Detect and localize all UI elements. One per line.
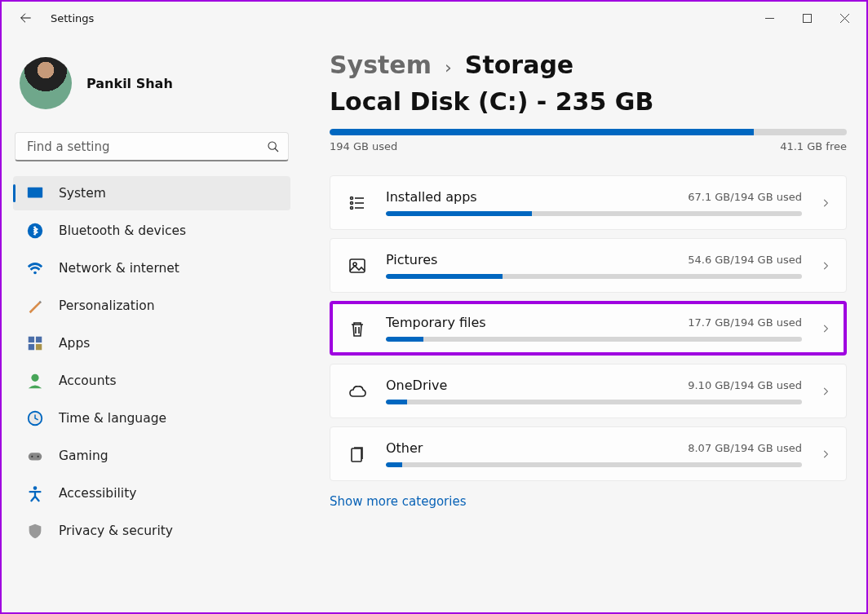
category-bar-fill xyxy=(386,400,407,404)
nav-label: Apps xyxy=(59,336,90,351)
chevron-right-icon xyxy=(820,448,831,460)
back-arrow-icon xyxy=(19,11,32,24)
disk-usage-fill xyxy=(330,129,754,135)
nav-label: Bluetooth & devices xyxy=(59,223,186,238)
wifi-icon xyxy=(26,259,44,277)
category-title: Temporary files xyxy=(386,315,486,330)
category-title: Installed apps xyxy=(386,189,477,205)
breadcrumb-parent[interactable]: System xyxy=(330,51,432,79)
accounts-icon xyxy=(26,372,44,390)
apps-icon xyxy=(26,334,44,352)
category-bar xyxy=(386,462,802,467)
gaming-icon xyxy=(26,447,44,465)
disk-used-label: 194 GB used xyxy=(330,140,397,152)
maximize-button[interactable] xyxy=(788,5,826,31)
nav-label: Gaming xyxy=(59,448,108,463)
disk-usage-labels: 194 GB used 41.1 GB free xyxy=(330,140,847,152)
svg-rect-0 xyxy=(803,14,811,22)
nav-item-accessibility[interactable]: Accessibility xyxy=(13,476,290,510)
nav-label: Network & internet xyxy=(59,261,179,276)
sidebar: Pankil Shah SystemBluetooth & devicesNet… xyxy=(13,51,313,612)
category-used-label: 67.1 GB/194 GB used xyxy=(688,191,802,203)
category-bar-fill xyxy=(386,274,503,279)
category-bar-fill xyxy=(386,211,532,216)
category-bar xyxy=(386,400,802,404)
other-icon xyxy=(347,444,368,465)
back-button[interactable] xyxy=(18,11,33,25)
category-used-label: 9.10 GB/194 GB used xyxy=(688,379,802,391)
category-cloud[interactable]: OneDrive 9.10 GB/194 GB used xyxy=(330,364,847,418)
nav-item-wifi[interactable]: Network & internet xyxy=(13,251,290,285)
chevron-right-icon xyxy=(820,260,831,272)
minimize-icon xyxy=(765,14,774,23)
chevron-right-icon xyxy=(820,197,831,209)
chevron-right-icon xyxy=(820,386,831,397)
avatar xyxy=(20,57,72,109)
category-trash[interactable]: Temporary files 17.7 GB/194 GB used xyxy=(330,301,847,356)
category-bar xyxy=(386,274,802,279)
category-other[interactable]: Other 8.07 GB/194 GB used xyxy=(330,426,847,481)
app-title: Settings xyxy=(51,12,94,24)
category-picture[interactable]: Pictures 54.6 GB/194 GB used xyxy=(330,238,847,293)
category-bar-fill xyxy=(386,337,423,342)
nav-label: Time & language xyxy=(59,411,166,426)
profile-name: Pankil Shah xyxy=(86,76,173,91)
nav-item-time[interactable]: Time & language xyxy=(13,401,290,435)
nav-item-bluetooth[interactable]: Bluetooth & devices xyxy=(13,214,290,248)
time-icon xyxy=(26,409,44,427)
titlebar: Settings xyxy=(2,2,866,34)
content: System › Storage Local Disk (C:) - 235 G… xyxy=(313,51,847,612)
chevron-right-icon xyxy=(820,323,831,334)
maximize-icon xyxy=(803,14,812,23)
search-input[interactable] xyxy=(27,139,267,154)
category-title: OneDrive xyxy=(386,378,447,393)
picture-icon xyxy=(347,255,368,276)
disk-free-label: 41.1 GB free xyxy=(780,140,847,152)
cloud-icon xyxy=(347,381,368,402)
category-list: Installed apps 67.1 GB/194 GB used Pictu… xyxy=(330,175,847,481)
show-more-link[interactable]: Show more categories xyxy=(330,494,467,509)
category-bar-fill xyxy=(386,462,402,467)
nav-item-gaming[interactable]: Gaming xyxy=(13,439,290,473)
disk-title: Local Disk (C:) - 235 GB xyxy=(330,87,847,116)
breadcrumb-current: Storage xyxy=(465,51,574,79)
nav-item-accounts[interactable]: Accounts xyxy=(13,364,290,398)
system-icon xyxy=(26,184,44,202)
nav-label: System xyxy=(59,186,106,201)
close-button[interactable] xyxy=(826,5,863,31)
nav-item-system[interactable]: System xyxy=(13,176,290,210)
category-used-label: 54.6 GB/194 GB used xyxy=(688,254,802,266)
breadcrumb-separator-icon: › xyxy=(445,57,452,77)
category-title: Pictures xyxy=(386,252,437,267)
category-used-label: 17.7 GB/194 GB used xyxy=(688,316,802,329)
search-box[interactable] xyxy=(15,132,289,161)
accessibility-icon xyxy=(26,484,44,502)
nav-item-personalization[interactable]: Personalization xyxy=(13,289,290,323)
category-apps-list[interactable]: Installed apps 67.1 GB/194 GB used xyxy=(330,175,847,230)
nav-item-apps[interactable]: Apps xyxy=(13,326,290,360)
nav-label: Accessibility xyxy=(59,486,136,501)
category-bar xyxy=(386,337,802,342)
close-icon xyxy=(840,14,849,23)
apps-list-icon xyxy=(347,192,368,214)
privacy-icon xyxy=(26,522,44,540)
bluetooth-icon xyxy=(26,222,44,240)
minimize-button[interactable] xyxy=(751,5,788,31)
svg-point-1 xyxy=(268,142,276,149)
category-used-label: 8.07 GB/194 GB used xyxy=(688,442,802,454)
trash-icon xyxy=(347,318,368,339)
category-bar xyxy=(386,211,802,216)
nav-list: SystemBluetooth & devicesNetwork & inter… xyxy=(13,176,290,548)
nav-label: Privacy & security xyxy=(59,523,173,538)
nav-label: Accounts xyxy=(59,373,117,388)
profile-section[interactable]: Pankil Shah xyxy=(13,51,290,132)
disk-usage-bar xyxy=(330,129,847,135)
nav-label: Personalization xyxy=(59,298,155,313)
personalization-icon xyxy=(26,297,44,315)
category-title: Other xyxy=(386,440,423,456)
breadcrumb: System › Storage xyxy=(330,51,847,79)
search-icon xyxy=(267,140,280,153)
nav-item-privacy[interactable]: Privacy & security xyxy=(13,514,290,548)
